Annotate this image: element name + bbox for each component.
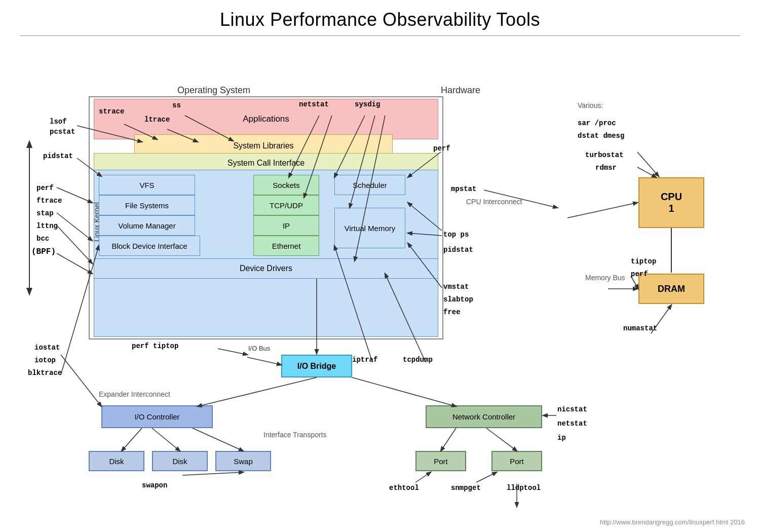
io-bus-label: I/O Bus (248, 345, 270, 352)
svg-line-7 (57, 187, 92, 203)
expander-interconnect-label: Expander Interconnect (99, 390, 170, 398)
tool-netstat-bottom: netstat (557, 420, 587, 428)
tool-stap: stap (36, 209, 54, 217)
svg-line-24 (247, 357, 281, 365)
diagram-area: Operating System Hardware Applications S… (0, 41, 760, 532)
tool-strace: strace (99, 107, 124, 116)
os-label: Operating System (177, 85, 250, 96)
box-block-device-interface: Block Device Interface (99, 236, 200, 256)
svg-line-10 (57, 253, 92, 274)
tool-pidstat-left: pidstat (43, 152, 73, 160)
tool-ltrace: ltrace (144, 116, 170, 124)
box-scheduler: Scheduler (334, 175, 405, 195)
box-virtual-memory: Virtual Memory (334, 208, 405, 248)
box-port-2: Port (491, 451, 542, 471)
box-disk-2: Disk (152, 451, 208, 471)
box-cpu: CPU 1 (638, 177, 704, 228)
tool-lldptool: lldptool (507, 484, 541, 492)
tool-blktrace: blktrace (28, 369, 62, 377)
tool-iotop: iotop (34, 356, 56, 364)
svg-line-31 (441, 428, 456, 451)
box-io-controller: I/O Controller (101, 405, 213, 428)
svg-line-9 (57, 225, 92, 263)
tool-perf-bottom: perf (631, 270, 648, 278)
title-divider (20, 35, 740, 36)
tool-lttng: lttng (36, 222, 58, 230)
tool-ftrace: ftrace (36, 197, 62, 205)
memory-bus-label: Memory Bus (585, 274, 625, 282)
svg-line-35 (415, 472, 431, 482)
svg-line-8 (57, 213, 92, 241)
box-port-1: Port (415, 451, 466, 471)
svg-line-25 (198, 377, 317, 406)
box-network-controller: Network Controller (426, 405, 542, 428)
various-label: Various: (578, 101, 603, 109)
tool-numastat: numastat (623, 324, 657, 332)
tool-iostat: iostat (34, 344, 60, 352)
tool-netstat-top: netstat (299, 100, 329, 108)
tool-snmpget: snmpget (451, 484, 481, 492)
svg-line-46 (182, 472, 243, 475)
tool-bpf: (BPF) (31, 247, 56, 256)
tool-sar-proc: sar /proc (578, 119, 616, 127)
svg-line-40 (637, 152, 659, 176)
tool-dstat-dmesg: dstat dmesg (578, 132, 624, 140)
box-device-drivers: Device Drivers (94, 258, 438, 279)
tool-vmstat: vmstat (443, 283, 469, 291)
svg-line-30 (193, 428, 243, 451)
svg-line-29 (152, 428, 180, 451)
tool-lsof: lsof (50, 118, 67, 126)
box-file-systems: File Systems (99, 195, 195, 215)
svg-line-23 (218, 349, 247, 355)
svg-line-28 (122, 428, 142, 451)
tool-iptraf: iptraf (352, 356, 377, 364)
tool-swapon: swapon (142, 481, 167, 489)
hardware-label: Hardware (441, 85, 480, 96)
page-title: Linux Performance Observability Tools (0, 0, 760, 35)
tool-ip-tool: ip (557, 434, 566, 442)
tool-ethtool: ethtool (389, 484, 419, 492)
tool-pidstat-right: pidstat (443, 246, 473, 254)
box-vfs: VFS (99, 175, 195, 195)
footer-url: http://www.brendangregg.com/linuxperf.ht… (600, 518, 745, 526)
box-dram: DRAM (638, 274, 704, 304)
box-volume-manager: Volume Manager (99, 215, 195, 236)
box-disk-1: Disk (89, 451, 144, 471)
tool-pcstat: pcstat (50, 128, 75, 136)
cpu-interconnect-label: CPU Interconnect (466, 198, 522, 206)
svg-line-41 (637, 167, 656, 177)
tool-perf-right: perf (433, 144, 450, 153)
box-ethernet: Ethernet (253, 236, 319, 256)
tool-tcpdump: tcpdump (403, 356, 433, 364)
tool-tiptop: tiptop (631, 257, 656, 265)
tool-mpstat: mpstat (451, 185, 476, 193)
svg-line-39 (567, 203, 637, 218)
tool-bcc: bcc (36, 235, 49, 243)
tool-free: free (443, 308, 461, 316)
svg-line-36 (476, 472, 497, 482)
interface-transports-label: Interface Transports (263, 431, 327, 439)
box-ip: IP (253, 215, 319, 236)
tool-sysdig: sysdig (355, 100, 380, 108)
box-iobridge: I/O Bridge (281, 355, 352, 377)
tool-ss: ss (172, 101, 181, 109)
tool-perf-tiptop: perf tiptop (132, 342, 178, 350)
tool-rdmsr: rdmsr (595, 164, 617, 172)
tool-top-ps: top ps (443, 231, 469, 239)
tool-turbostat: turbostat (585, 151, 624, 159)
tool-nicstat: nicstat (557, 405, 587, 413)
tool-perf-left: perf (36, 184, 54, 192)
svg-line-32 (486, 428, 517, 451)
svg-line-21 (61, 355, 101, 406)
box-tcpudp: TCP/UDP (253, 195, 319, 215)
svg-line-26 (352, 377, 456, 406)
tool-slabtop: slabtop (443, 295, 473, 303)
box-swap: Swap (215, 451, 271, 471)
box-sockets: Sockets (253, 175, 319, 195)
